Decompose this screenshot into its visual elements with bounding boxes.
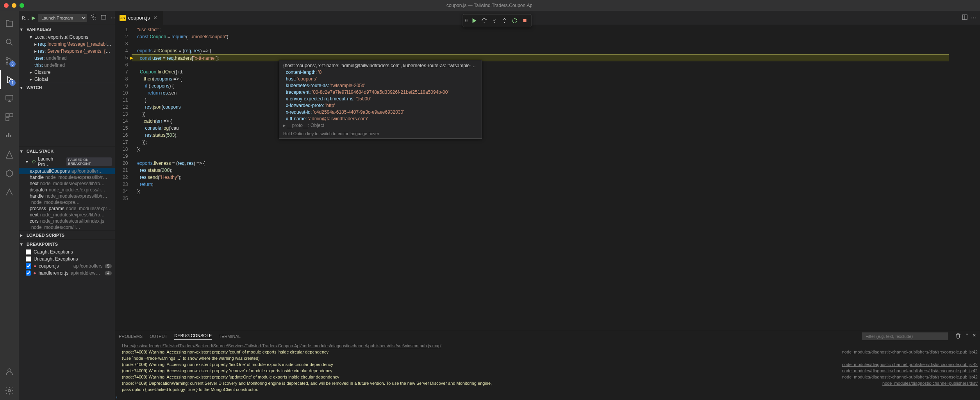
debug-config-select[interactable]: Launch Program [38,14,87,22]
svg-rect-0 [523,19,526,22]
filter-input[interactable] [862,332,948,340]
loaded-scripts-header[interactable]: ▸LOADED SCRIPTS [19,231,115,239]
checkbox[interactable] [26,263,31,269]
azure-icon[interactable] [0,145,19,164]
minimap[interactable] [949,25,980,330]
console-line: (node:74009) Warning: Accessing non-exis… [122,361,978,368]
extensions-icon[interactable] [0,108,19,127]
console-line: (node:74009) Warning: Accessing non-exis… [122,349,978,355]
svg-marker-14 [6,170,12,177]
close-tab-icon[interactable]: ✕ [152,14,158,21]
split-editor-icon[interactable] [962,14,968,21]
console-line: pass option { useUnifiedTopology: true }… [122,386,978,393]
debug-console-output[interactable]: Users/jessicadeen/git/TailwindTraders-Ba… [115,343,980,394]
restart-button[interactable] [510,16,519,25]
svg-point-15 [8,369,11,372]
close-panel-icon[interactable]: ✕ [973,333,976,340]
hover-property: x-request-id: 'c4d2594a-6185-4407-9a3c-e… [283,109,478,116]
misc-icon[interactable] [0,183,19,202]
tab-output[interactable]: OUTPUT [150,334,167,339]
gear-icon[interactable] [89,13,97,22]
variable-row[interactable]: user: undefined [19,55,115,62]
svg-rect-7 [6,114,9,117]
remote-icon[interactable] [0,89,19,108]
collapse-icon[interactable]: ⌃ [965,333,969,340]
drag-handle-icon[interactable]: ⠿ [464,16,468,25]
variable-scope-local[interactable]: ▾Local: exports.allCoupons [19,34,115,41]
svg-point-2 [6,58,8,60]
continue-button[interactable] [469,16,478,25]
breakpoint-uncaught-exceptions[interactable]: Uncaught Exceptions [19,255,115,262]
variable-scope-closure[interactable]: ▸Closure [19,69,115,76]
line-number-gutter: 12345▶6789101112131415161718192021222324… [115,25,132,330]
kubernetes-icon[interactable] [0,164,19,183]
debug-console-toggle-icon[interactable] [100,13,107,22]
tab-debug-console[interactable]: DEBUG CONSOLE [174,333,212,340]
variable-row[interactable]: ▸ req: IncomingMessage {_readableState… [19,41,115,48]
checkbox[interactable] [26,256,31,262]
step-over-button[interactable] [479,16,489,25]
close-window-icon[interactable] [4,3,9,8]
step-into-button[interactable] [489,16,499,25]
stop-button[interactable] [520,16,529,25]
console-line: (node:74009) DeprecationWarning: current… [122,380,978,386]
stack-frame[interactable]: node_modules/cors/li… [19,224,115,230]
variable-row[interactable]: ▸ res: ServerResponse {_events: {…}, … [19,48,115,55]
checkbox[interactable] [26,270,31,276]
stack-frame[interactable]: corsnode_modules/cors/lib/index.js [19,218,115,224]
settings-gear-icon[interactable] [0,381,19,400]
svg-point-1 [6,39,11,44]
hover-proto[interactable]: ▸ __proto__: Object [283,122,478,129]
search-icon[interactable] [0,33,19,52]
console-input-prompt[interactable]: › [115,394,980,400]
more-icon[interactable]: ⋯ [110,14,115,21]
accounts-icon[interactable] [0,362,19,381]
breakpoints-section-header[interactable]: ▾BREAKPOINTS [19,240,115,248]
minimize-window-icon[interactable] [12,3,16,8]
clear-console-icon[interactable] [955,333,961,340]
source-control-icon[interactable]: 8 [0,52,19,70]
watch-section-header[interactable]: ▾WATCH [19,83,115,92]
stack-frame[interactable]: nextnode_modules/express/lib/ro… [19,212,115,218]
paused-badge: PAUSED ON BREAKPOINT [66,157,112,166]
code-editor[interactable]: 12345▶6789101112131415161718192021222324… [115,25,980,330]
stack-frame[interactable]: handlenode_modules/express/lib/r… [19,193,115,199]
callstack-section-header[interactable]: ▾CALL STACK [19,147,115,155]
bottom-panel: PROBLEMS OUTPUT DEBUG CONSOLE TERMINAL ⌃… [115,330,980,400]
debug-sidebar: R… ▶ Launch Program ⋯ ▾VARIABLES ▾Local:… [19,11,115,400]
variable-scope-global[interactable]: ▸Global [19,76,115,83]
hover-property: x-forwarded-proto: 'http' [283,102,478,109]
variables-section-header[interactable]: ▾VARIABLES [19,25,115,34]
breakpoint-row[interactable]: ●handlererror.jsapi/middlewares4 [19,270,115,277]
svg-point-19 [33,160,36,163]
checkbox[interactable] [26,249,31,255]
stack-frame[interactable]: nextnode_modules/express/lib/ro… [19,180,115,187]
tab-problems[interactable]: PROBLEMS [119,334,143,339]
maximize-window-icon[interactable] [20,3,24,8]
callstack-thread[interactable]: ▾Launch Pro… PAUSED ON BREAKPOINT [19,155,115,168]
hover-header: {host: 'coupons', x-tt-name: 'admin@tail… [283,62,478,69]
tab-bar: JS coupon.js ✕ ⋯ [115,11,980,25]
stack-frame[interactable]: dispatchnode_modules/express/li… [19,187,115,193]
svg-rect-11 [8,135,9,137]
tab-coupon-js[interactable]: JS coupon.js ✕ [115,11,163,25]
breakpoint-row[interactable]: ●coupon.jsapi/controllers5 [19,262,115,270]
code-content[interactable]: "use strict";const Coupon = require("../… [132,25,949,330]
stack-frame[interactable]: handlenode_modules/express/lib/r… [19,174,115,180]
variable-row[interactable]: this: undefined [19,62,115,69]
debug-icon[interactable]: 1 [0,70,19,89]
stack-frame[interactable]: exports.allCouponsapi/controller… [19,168,115,174]
docker-icon[interactable] [0,127,19,145]
more-actions-icon[interactable]: ⋯ [971,15,976,21]
breakpoint-caught-exceptions[interactable]: Caught Exceptions [19,248,115,255]
stack-frame[interactable]: node_modules/expre… [19,199,115,205]
hover-property: kubernetes-route-as: 'twtsample-205d' [283,82,478,89]
explorer-icon[interactable] [0,14,19,33]
start-debug-button[interactable]: ▶ [32,15,36,21]
console-line: (Use `node --trace-warnings ...` to show… [122,355,978,361]
debug-badge: 1 [9,80,16,86]
step-out-button[interactable] [500,16,509,25]
tab-terminal[interactable]: TERMINAL [219,334,241,339]
hover-property: content-length: '0' [283,69,478,76]
stack-frame[interactable]: process_paramsnode_modules/expr… [19,205,115,212]
